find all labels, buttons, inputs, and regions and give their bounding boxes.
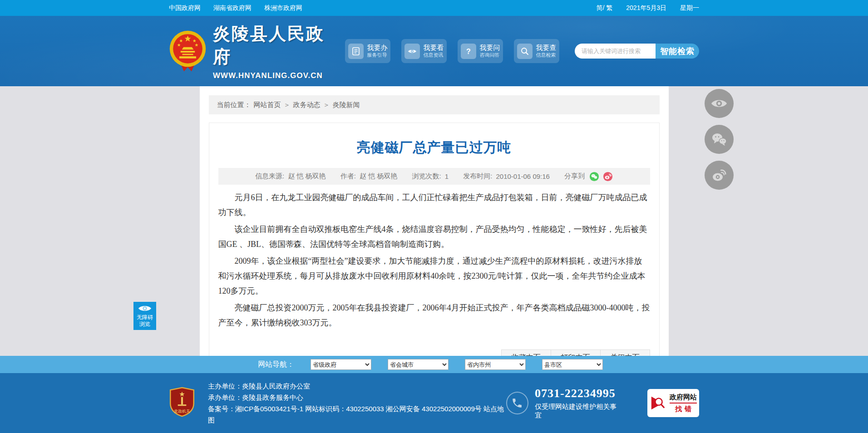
select-counties[interactable]: 县市区: [542, 359, 603, 370]
favorite-page-button[interactable]: 收藏本页: [501, 349, 551, 356]
link-zhuzhou-gov[interactable]: 株洲市政府网: [264, 4, 302, 12]
main-content: 当前位置： 网站首页 ＞ 政务动态 ＞ 炎陵新闻 亮健磁厂总产量已过万吨 信息来…: [0, 86, 868, 356]
article-paragraph-1: 元月6日，在九龙工业园亮健磁厂的成品车间，工人们正忙碌着把生产成品打包装箱，日前…: [218, 190, 650, 220]
service-buttons: 我要办 服务引导 我要看 信息资讯 ?: [345, 39, 559, 63]
gov-site-error-report-badge[interactable]: 政府网站 找错: [647, 389, 699, 417]
breadcrumb: 当前位置： 网站首页 ＞ 政务动态 ＞ 炎陵新闻: [209, 95, 660, 114]
service-sublabel: 信息检索: [536, 52, 557, 59]
weibo-icon: [711, 168, 727, 182]
service-sublabel: 信息资讯: [424, 52, 444, 59]
gov-agency-badge[interactable]: 党政机关: [169, 387, 195, 419]
footer: 党政机关 主办单位：炎陵县人民政府办公室 承办单位：炎陵县政务服务中心 备案号：…: [0, 373, 868, 433]
meta-author: 作者: 赵 恺 杨双艳: [340, 172, 398, 181]
page: 中国政府网 湖南省政府网 株洲市政府网 简/ 繁 2021年5月3日 星期一: [0, 0, 868, 433]
service-label: 我要查: [536, 44, 557, 52]
wechat-float-button[interactable]: [705, 125, 734, 154]
weibo-float-button[interactable]: [705, 161, 734, 190]
current-date: 2021年5月3日: [626, 4, 666, 12]
wechat-share-icon[interactable]: [589, 172, 599, 182]
breadcrumb-separator: ＞: [323, 101, 330, 109]
weibo-share-icon[interactable]: [603, 172, 613, 182]
service-button-cha[interactable]: 我要查 信息检索: [514, 39, 559, 63]
service-label: 我要办: [367, 44, 388, 52]
document-icon: [348, 44, 364, 59]
eye-view-float-button[interactable]: [705, 89, 734, 118]
smart-search-button[interactable]: 智能检索: [656, 44, 699, 59]
svg-text:?: ?: [466, 47, 471, 55]
breadcrumb-yanling-news[interactable]: 炎陵新闻: [333, 101, 360, 109]
article-paragraph-3: 2009年，该企业根据“两型社会”建设要求，加大节能减排力度，通过减少生产流程中…: [218, 254, 650, 299]
service-button-kan[interactable]: 我要看 信息资讯: [401, 39, 447, 63]
link-china-gov[interactable]: 中国政府网: [169, 4, 201, 12]
error-badge-title: 政府网站: [670, 393, 697, 403]
search-input[interactable]: [575, 44, 656, 59]
breadcrumb-zhengwu[interactable]: 政务动态: [293, 101, 321, 109]
footer-info: 主办单位：炎陵县人民政府办公室 承办单位：炎陵县政务服务中心 备案号：湘ICP备…: [208, 380, 506, 426]
article-actions: 收藏本页 打印本页 关闭本页: [218, 349, 650, 356]
site-name: 炎陵县人民政府: [213, 22, 333, 69]
breadcrumb-home[interactable]: 网站首页: [254, 101, 281, 109]
link-hunan-gov[interactable]: 湖南省政府网: [213, 4, 252, 12]
close-page-button[interactable]: 关闭本页: [600, 349, 650, 356]
share-group: 分享到: [564, 172, 613, 182]
site-search: 智能检索: [575, 44, 699, 59]
footer-phone: 0731-22234995 仅受理网站建设维护相关事宜: [506, 387, 622, 420]
topbar-links: 中国政府网 湖南省政府网 株洲市政府网: [169, 4, 302, 12]
current-weekday: 星期一: [680, 4, 699, 12]
svg-text:党政机关: 党政机关: [174, 409, 190, 413]
meta-views: 浏览次数: 1: [412, 172, 449, 181]
accessibility-label-line1: 无障碍: [133, 314, 156, 321]
phone-icon: [506, 392, 528, 414]
meta-time-label: 发布时间:: [463, 172, 492, 181]
article-title: 亮健磁厂总产量已过万吨: [218, 138, 650, 157]
meta-author-label: 作者:: [340, 172, 356, 181]
meta-author-value: 赵 恺 杨双艳: [360, 172, 397, 181]
topbar: 中国政府网 湖南省政府网 株洲市政府网 简/ 繁 2021年5月3日 星期一: [0, 0, 868, 16]
article-meta: 信息来源: 赵 恺 杨双艳 作者: 赵 恺 杨双艳 浏览次数: 1 发布时间: …: [218, 168, 650, 185]
content-wrapper: 当前位置： 网站首页 ＞ 政务动态 ＞ 炎陵新闻 亮健磁厂总产量已过万吨 信息来…: [200, 86, 669, 356]
lang-toggle[interactable]: 简/ 繁: [597, 4, 613, 12]
print-page-button[interactable]: 打印本页: [551, 349, 601, 356]
footer-host-line: 主办单位：炎陵县人民政府办公室: [208, 380, 506, 392]
footer-nav-label: 网站导航：: [258, 360, 294, 369]
select-province-cities[interactable]: 省内市州: [465, 359, 526, 370]
wechat-icon: [711, 132, 727, 147]
national-emblem-icon: [169, 28, 207, 75]
eye-icon: [404, 44, 420, 59]
service-label: 我要问: [480, 44, 500, 52]
meta-views-label: 浏览次数:: [412, 172, 441, 181]
service-sublabel: 服务引导: [367, 52, 388, 59]
accessibility-eye-icon: [138, 305, 152, 312]
floating-toolbar: [705, 89, 734, 190]
error-badge-subtitle: 找错: [672, 405, 694, 413]
topbar-right: 简/ 繁 2021年5月3日 星期一: [597, 4, 700, 12]
gov-shield-icon: 党政机关: [169, 387, 195, 418]
breadcrumb-label: 当前位置：: [217, 101, 251, 109]
service-button-wen[interactable]: ? 我要问 咨询问答: [458, 39, 503, 63]
accessibility-browse-button[interactable]: 无障碍 浏览: [133, 302, 156, 330]
meta-time: 发布时间: 2010-01-06 09:16: [463, 172, 550, 181]
meta-source: 信息来源: 赵 恺 杨双艳: [255, 172, 326, 181]
article: 亮健磁厂总产量已过万吨 信息来源: 赵 恺 杨双艳 作者: 赵 恺 杨双艳 浏览…: [209, 123, 660, 356]
footer-organizer-line: 承办单位：炎陵县政务服务中心: [208, 392, 506, 403]
article-paragraph-2: 该企业目前拥有全自动双推板电窑生产线4条，烧结温度容易控制，产品受热均匀，性能稳…: [218, 222, 650, 252]
select-provincial-gov[interactable]: 省级政府: [311, 359, 371, 370]
footer-icp-line: 备案号：湘ICP备05003421号-1 网站标识码：4302250033 湘公…: [208, 403, 506, 426]
footer-nav: 网站导航： 省级政府 省会城市 省内市州 县市区: [0, 356, 868, 373]
site-logo[interactable]: 炎陵县人民政府 WWW.HNYANLING.GOV.CN: [169, 22, 333, 80]
error-report-logo-icon: [650, 394, 667, 412]
meta-source-label: 信息来源:: [255, 172, 284, 181]
service-sublabel: 咨询问答: [480, 52, 500, 59]
meta-source-value: 赵 恺 杨双艳: [288, 172, 326, 181]
breadcrumb-separator: ＞: [284, 101, 291, 109]
article-paragraph-4: 亮健磁厂总投资2000万元，2005年在我县投资建厂，2006年4月开始正式投产…: [218, 300, 650, 330]
share-label: 分享到: [564, 172, 585, 181]
accessibility-label-line2: 浏览: [133, 321, 156, 328]
meta-time-value: 2010-01-06 09:16: [496, 172, 549, 180]
meta-views-value: 1: [445, 172, 449, 180]
service-button-banshi[interactable]: 我要办 服务引导: [345, 39, 390, 63]
select-capital-cities[interactable]: 省会城市: [388, 359, 449, 370]
phone-number: 0731-22234995: [535, 387, 622, 400]
eye-icon: [710, 98, 728, 109]
magnifier-icon: [517, 44, 533, 59]
